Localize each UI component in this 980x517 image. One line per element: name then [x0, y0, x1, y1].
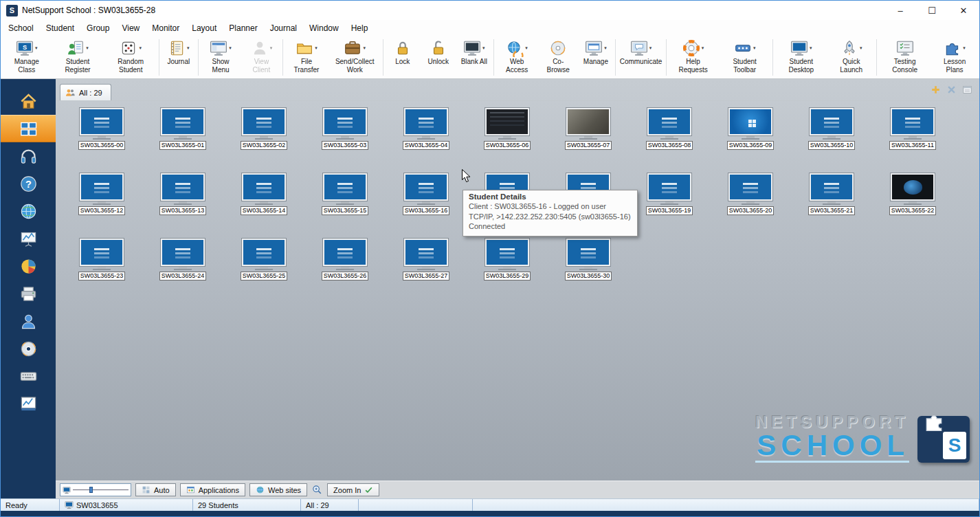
close-button[interactable]: ✕ — [948, 1, 979, 20]
chevron-down-icon[interactable]: ▾ — [702, 45, 704, 51]
menu-student[interactable]: Student — [40, 21, 80, 35]
student-thumbnail[interactable]: SW03L3655-23 — [61, 238, 142, 303]
student-monitor-icon[interactable] — [403, 238, 449, 267]
menu-journal[interactable]: Journal — [264, 21, 303, 35]
chevron-down-icon[interactable]: ▾ — [860, 45, 862, 51]
toolbar-co-browse-button[interactable]: Co-Browse — [538, 36, 578, 78]
student-thumbnail[interactable]: SW03L3655-16 — [386, 173, 467, 238]
student-monitor-icon[interactable] — [485, 238, 530, 267]
toolbar-student-desktop-button[interactable]: ▾Student Desktop — [775, 36, 827, 78]
sidebar-item-help-requests[interactable]: ? — [1, 170, 56, 197]
student-monitor-icon[interactable] — [485, 107, 530, 136]
student-thumbnail[interactable]: SW03L3655-04 — [386, 107, 467, 173]
chevron-down-icon[interactable]: ▾ — [525, 45, 528, 51]
chevron-down-icon[interactable]: ▾ — [315, 45, 318, 51]
minimize-button[interactable]: – — [884, 1, 916, 20]
toolbar-send-collect-button[interactable]: ▾Send/Collect Work — [328, 36, 381, 78]
chevron-down-icon[interactable]: ▾ — [363, 45, 366, 51]
student-monitor-icon[interactable] — [322, 107, 368, 136]
toolbar-show-menu-button[interactable]: ▾Show Menu — [200, 36, 242, 78]
student-monitor-icon[interactable] — [241, 238, 287, 267]
student-monitor-icon[interactable] — [809, 173, 854, 201]
sidebar-item-device-control[interactable] — [1, 335, 56, 362]
student-thumbnail[interactable]: SW03L3655-30 — [548, 238, 629, 303]
menu-layout[interactable]: Layout — [186, 21, 223, 35]
chevron-down-icon[interactable]: ▾ — [139, 45, 142, 51]
student-thumbnail[interactable]: SW03L3655-07 — [548, 107, 629, 173]
student-thumbnail[interactable]: SW03L3655-20 — [710, 173, 791, 238]
student-monitor-icon[interactable] — [728, 173, 773, 201]
student-thumbnail[interactable]: SW03L3655-21 — [791, 173, 872, 238]
student-thumbnail[interactable]: SW03L3655-22 — [872, 173, 953, 238]
student-thumbnail[interactable]: SW03L3655-24 — [142, 238, 223, 303]
toolbar-student-toolbar-button[interactable]: ▾Student Toolbar — [718, 36, 771, 78]
add-group-icon[interactable] — [931, 85, 941, 95]
menu-help[interactable]: Help — [345, 21, 375, 35]
student-monitor-icon[interactable] — [647, 107, 692, 136]
toolbar-web-access-button[interactable]: ▾Web Access — [495, 36, 539, 78]
student-monitor-icon[interactable] — [160, 107, 205, 136]
toolbar-quick-launch-button[interactable]: ▾Quick Launch — [827, 36, 875, 78]
chevron-down-icon[interactable]: ▾ — [86, 45, 89, 51]
toolbar-lock-button[interactable]: Lock — [385, 36, 421, 78]
sidebar-item-keyboard-monitor[interactable] — [1, 362, 56, 390]
student-thumbnail[interactable]: SW03L3655-15 — [304, 173, 386, 238]
toolbar-lesson-plans-button[interactable]: ▾Lesson Plans — [931, 36, 978, 78]
thumbnail-size-slider[interactable] — [60, 483, 131, 496]
chevron-down-icon[interactable]: ▾ — [963, 45, 966, 51]
menu-school[interactable]: School — [2, 21, 40, 35]
student-monitor-icon[interactable] — [79, 107, 124, 136]
toolbar-journal-button[interactable]: ▾Journal — [161, 36, 197, 78]
sidebar-item-audio[interactable] — [1, 142, 56, 170]
student-monitor-icon[interactable] — [322, 173, 368, 201]
student-monitor-icon[interactable] — [322, 238, 368, 267]
applications-button[interactable]: Applications — [180, 483, 245, 496]
close-group-icon[interactable] — [946, 85, 957, 95]
zoom-in-button[interactable]: Zoom In — [327, 483, 379, 496]
toolbar-file-transfer-button[interactable]: ▾File Transfer — [285, 36, 328, 78]
sidebar-item-student-register[interactable] — [1, 307, 56, 335]
student-thumbnail[interactable]: SW03L3655-02 — [223, 107, 304, 173]
student-monitor-icon[interactable] — [566, 107, 611, 136]
menu-group[interactable]: Group — [80, 21, 115, 35]
student-monitor-icon[interactable] — [809, 107, 854, 136]
slider-thumb[interactable] — [89, 487, 93, 493]
chevron-down-icon[interactable]: ▾ — [482, 45, 485, 51]
student-monitor-icon[interactable] — [160, 173, 205, 201]
maximize-button[interactable]: ☐ — [916, 1, 948, 20]
chevron-down-icon[interactable]: ▾ — [604, 45, 607, 51]
toolbar-communicate-button[interactable]: ▾Communicate — [617, 36, 665, 78]
student-monitor-icon[interactable] — [79, 238, 124, 267]
sidebar-item-surveys[interactable] — [1, 252, 56, 280]
chevron-down-icon[interactable]: ▾ — [810, 45, 812, 51]
chevron-down-icon[interactable]: ▾ — [753, 45, 756, 51]
student-thumbnail[interactable]: SW03L3655-13 — [142, 173, 223, 238]
student-monitor-icon[interactable] — [403, 107, 449, 136]
sidebar-item-home[interactable] — [1, 87, 56, 115]
menu-window[interactable]: Window — [303, 21, 345, 35]
toolbar-help-requests-button[interactable]: ▾Help Requests — [668, 36, 718, 78]
student-monitor-icon[interactable] — [241, 173, 287, 201]
student-thumbnail[interactable]: SW03L3655-12 — [61, 173, 142, 238]
tab-all-students[interactable]: All : 29 — [60, 84, 111, 100]
student-thumbnail[interactable]: SW03L3655-26 — [304, 238, 386, 303]
student-thumbnail[interactable]: SW03L3655-29 — [467, 238, 548, 303]
student-monitor-icon[interactable] — [890, 107, 935, 136]
toolbar-blank-all-button[interactable]: ▾Blank All — [456, 36, 492, 78]
student-thumbnail[interactable]: SW03L3655-01 — [142, 107, 223, 173]
sidebar-item-web-control[interactable] — [1, 197, 56, 225]
student-thumbnail[interactable]: SW03L3655-27 — [386, 238, 467, 303]
student-thumbnail[interactable]: SW03L3655-10 — [791, 107, 872, 173]
sidebar-item-whiteboard[interactable] — [1, 225, 56, 252]
student-thumbnail[interactable]: SW03L3655-25 — [223, 238, 304, 303]
student-monitor-icon[interactable] — [890, 173, 935, 201]
sidebar-item-print-management[interactable] — [1, 280, 56, 307]
student-thumbnail[interactable]: SW03L3655-06 — [467, 107, 548, 173]
toolbar-testing-console-button[interactable]: Testing Console — [878, 36, 931, 78]
student-thumbnail[interactable]: SW03L3655-14 — [223, 173, 304, 238]
chevron-down-icon[interactable]: ▾ — [649, 45, 652, 51]
toolbar-student-register-button[interactable]: ▾Student Register — [51, 36, 104, 78]
chevron-down-icon[interactable]: ▾ — [35, 45, 38, 51]
student-thumbnail[interactable]: SW03L3655-08 — [629, 107, 710, 173]
menu-monitor[interactable]: Monitor — [146, 21, 186, 35]
